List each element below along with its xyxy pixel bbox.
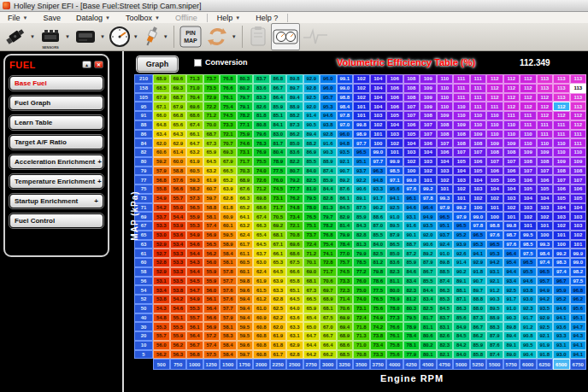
ve-cell[interactable]: 53.1 bbox=[153, 277, 170, 286]
ve-cell[interactable]: 83.6 bbox=[286, 148, 303, 157]
conversion-checkbox[interactable] bbox=[194, 59, 202, 67]
ve-cell[interactable]: 107 bbox=[403, 102, 420, 111]
ve-cell[interactable]: 68.5 bbox=[153, 84, 170, 93]
ve-cell[interactable]: 82.3 bbox=[437, 341, 454, 350]
ve-cell[interactable]: 85.8 bbox=[470, 350, 487, 360]
ve-cell[interactable]: 73.7 bbox=[203, 74, 220, 84]
ve-cell[interactable]: 78.0 bbox=[386, 304, 403, 313]
ve-cell[interactable]: 104 bbox=[486, 184, 503, 194]
ve-cell[interactable]: 93.1 bbox=[486, 267, 503, 277]
ve-cell[interactable]: 68.7 bbox=[203, 130, 220, 139]
ve-cell[interactable]: 77.5 bbox=[370, 285, 387, 295]
ve-cell[interactable]: 106 bbox=[386, 74, 403, 84]
ve-cell[interactable]: 69.3 bbox=[220, 148, 237, 157]
ve-cell[interactable]: 95.3 bbox=[320, 102, 337, 111]
ve-cell[interactable]: 98.4 bbox=[337, 102, 354, 111]
ve-cell[interactable]: 61.4 bbox=[170, 148, 187, 157]
ve-cell[interactable]: 110 bbox=[486, 111, 503, 120]
ve-cell[interactable]: 93.3 bbox=[553, 331, 570, 341]
ve-cell[interactable]: 58.8 bbox=[170, 167, 187, 176]
ve-cell[interactable]: 111 bbox=[486, 102, 503, 111]
ve-cell[interactable]: 67.9 bbox=[153, 93, 170, 102]
ve-cell[interactable]: 59.4 bbox=[237, 295, 254, 304]
ve-cell[interactable]: 66.5 bbox=[303, 295, 320, 304]
ve-cell[interactable]: 67.1 bbox=[153, 102, 170, 111]
ve-cell[interactable]: 62.5 bbox=[270, 304, 287, 313]
ve-cell[interactable]: 112 bbox=[537, 111, 554, 120]
ve-cell[interactable]: 82.5 bbox=[370, 249, 387, 258]
ve-cell[interactable]: 102 bbox=[403, 157, 420, 167]
ve-cell[interactable]: 83.7 bbox=[437, 313, 454, 323]
ve-cell[interactable]: 105 bbox=[453, 157, 470, 167]
ve-cell[interactable]: 57.5 bbox=[203, 350, 220, 360]
ve-cell[interactable]: 71.7 bbox=[320, 267, 337, 277]
ve-cell[interactable]: 97.4 bbox=[553, 267, 570, 277]
ve-cell[interactable]: 96.5 bbox=[486, 240, 503, 249]
ve-cell[interactable]: 53.5 bbox=[170, 277, 187, 286]
ve-cell[interactable]: 62.2 bbox=[270, 313, 287, 323]
ve-cell[interactable]: 63.2 bbox=[203, 167, 220, 176]
ve-cell[interactable]: 94.6 bbox=[403, 203, 420, 213]
ve-cell[interactable]: 100 bbox=[470, 203, 487, 213]
ecu-icon[interactable] bbox=[73, 24, 98, 50]
ve-cell[interactable]: 95.2 bbox=[553, 295, 570, 304]
ve-cell[interactable]: 88.9 bbox=[486, 313, 503, 323]
ve-cell[interactable]: 99.0 bbox=[470, 212, 487, 221]
ve-cell[interactable]: 57.6 bbox=[170, 175, 187, 184]
ve-cell[interactable]: 90.8 bbox=[520, 331, 537, 341]
ve-cell[interactable]: 103 bbox=[570, 221, 587, 231]
ve-cell[interactable]: 64.8 bbox=[153, 120, 170, 130]
ve-cell[interactable]: 67.3 bbox=[303, 285, 320, 295]
ve-cell[interactable]: 82.6 bbox=[437, 331, 454, 341]
ve-cell[interactable]: 64.5 bbox=[203, 157, 220, 167]
ve-cell[interactable]: 85.5 bbox=[303, 157, 320, 167]
ve-cell[interactable]: 55.9 bbox=[203, 277, 220, 286]
ve-cell[interactable]: 102 bbox=[420, 167, 437, 176]
ve-cell[interactable]: 59.7 bbox=[237, 350, 254, 360]
ve-cell[interactable]: 106 bbox=[520, 175, 537, 184]
ve-cell[interactable]: 106 bbox=[386, 84, 403, 93]
ve-cell[interactable]: 87.9 bbox=[486, 331, 503, 341]
ve-cell[interactable]: 57.4 bbox=[203, 221, 220, 231]
ve-cell[interactable]: 111 bbox=[570, 130, 587, 139]
ve-cell[interactable]: 110 bbox=[470, 111, 487, 120]
ve-cell[interactable]: 73.3 bbox=[370, 350, 387, 360]
ve-cell[interactable]: 86.2 bbox=[470, 331, 487, 341]
ve-cell[interactable]: 80.3 bbox=[237, 74, 254, 84]
ve-cell[interactable]: 85.0 bbox=[286, 138, 303, 148]
ve-cell[interactable]: 109 bbox=[420, 102, 437, 111]
ve-cell[interactable]: 111 bbox=[570, 138, 587, 148]
sidebar-item-fuel-graph[interactable]: Fuel Graph bbox=[9, 96, 103, 110]
ve-cell[interactable]: 55.9 bbox=[170, 331, 187, 341]
ve-cell[interactable]: 92.1 bbox=[537, 331, 554, 341]
ve-cell[interactable]: 54.4 bbox=[186, 267, 203, 277]
ve-cell[interactable]: 76.0 bbox=[270, 175, 287, 184]
ve-cell[interactable]: 87.1 bbox=[453, 295, 470, 304]
ve-cell[interactable]: 108 bbox=[570, 167, 587, 176]
ve-cell[interactable]: 65.6 bbox=[170, 120, 187, 130]
ve-cell[interactable]: 103 bbox=[503, 194, 520, 203]
ve-cell[interactable]: 104 bbox=[553, 203, 570, 213]
ve-cell[interactable]: 56.2 bbox=[170, 341, 187, 350]
ve-cell[interactable]: 68.6 bbox=[286, 249, 303, 258]
ve-cell[interactable]: 79.2 bbox=[286, 175, 303, 184]
ve-cell[interactable]: 112 bbox=[520, 93, 537, 102]
ve-cell[interactable]: 99.2 bbox=[553, 249, 570, 258]
ve-cell[interactable]: 111 bbox=[537, 120, 554, 130]
ve-cell[interactable]: 86.3 bbox=[437, 285, 454, 295]
ve-cell[interactable]: 60.5 bbox=[186, 167, 203, 176]
ve-cell[interactable]: 78.1 bbox=[403, 341, 420, 350]
ve-cell[interactable]: 103 bbox=[420, 157, 437, 167]
ve-cell[interactable]: 68.1 bbox=[303, 277, 320, 286]
ve-cell[interactable]: 68.7 bbox=[170, 93, 187, 102]
ve-cell[interactable]: 73.8 bbox=[370, 331, 387, 341]
ve-cell[interactable]: 112 bbox=[503, 84, 520, 93]
ve-cell[interactable]: 70.5 bbox=[270, 212, 287, 221]
ve-cell[interactable]: 84.0 bbox=[370, 240, 387, 249]
menu-item-datalog[interactable]: Datalog▼ bbox=[68, 12, 118, 23]
ve-cell[interactable]: 106 bbox=[437, 148, 454, 157]
ve-cell[interactable]: 72.1 bbox=[220, 130, 237, 139]
ve-cell[interactable]: 93.5 bbox=[420, 221, 437, 231]
ve-cell[interactable]: 107 bbox=[420, 120, 437, 130]
ve-cell[interactable]: 101 bbox=[570, 240, 587, 249]
